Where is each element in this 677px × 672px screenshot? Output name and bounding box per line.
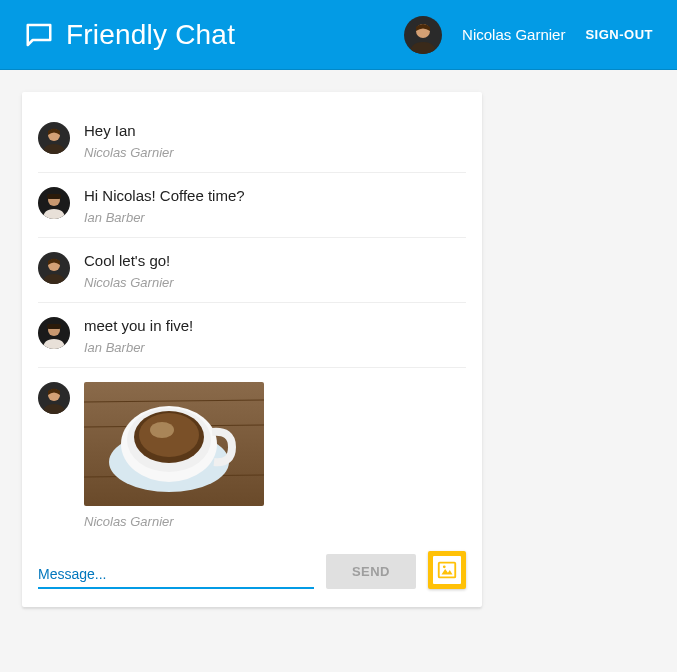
app-title: Friendly Chat bbox=[66, 19, 235, 51]
message-avatar bbox=[38, 187, 70, 219]
message-text: meet you in five! bbox=[84, 317, 193, 334]
svg-marker-25 bbox=[442, 569, 453, 575]
chat-card: Hey Ian Nicolas Garnier Hi Nicolas! Coff… bbox=[22, 92, 482, 607]
message-author: Nicolas Garnier bbox=[84, 145, 174, 160]
message-avatar bbox=[38, 252, 70, 284]
message-avatar bbox=[38, 317, 70, 349]
message-text: Hey Ian bbox=[84, 122, 174, 139]
compose-area: SEND bbox=[38, 551, 466, 589]
svg-point-23 bbox=[150, 422, 174, 438]
message-text: Cool let's go! bbox=[84, 252, 174, 269]
header-left: Friendly Chat bbox=[24, 19, 235, 51]
header-right: Nicolas Garnier SIGN-OUT bbox=[404, 16, 653, 54]
svg-point-26 bbox=[443, 565, 446, 568]
message-input[interactable] bbox=[38, 560, 314, 589]
message-body: Cool let's go! Nicolas Garnier bbox=[84, 252, 174, 290]
header-user-name: Nicolas Garnier bbox=[462, 26, 565, 43]
svg-rect-6 bbox=[47, 194, 61, 199]
send-button[interactable]: SEND bbox=[326, 554, 416, 589]
message-row: Hi Nicolas! Coffee time? Ian Barber bbox=[38, 173, 466, 238]
app-header: Friendly Chat Nicolas Garnier SIGN-OUT bbox=[0, 0, 677, 70]
header-avatar[interactable] bbox=[404, 16, 442, 54]
message-image[interactable] bbox=[84, 382, 264, 506]
svg-rect-11 bbox=[47, 324, 61, 329]
message-row: Hey Ian Nicolas Garnier bbox=[38, 108, 466, 173]
chat-icon bbox=[24, 20, 54, 50]
message-body: meet you in five! Ian Barber bbox=[84, 317, 193, 355]
message-author: Ian Barber bbox=[84, 210, 245, 225]
message-text: Hi Nicolas! Coffee time? bbox=[84, 187, 245, 204]
message-body: Nicolas Garnier bbox=[84, 382, 264, 529]
message-body: Hi Nicolas! Coffee time? Ian Barber bbox=[84, 187, 245, 225]
signout-button[interactable]: SIGN-OUT bbox=[585, 27, 653, 42]
message-row: Nicolas Garnier bbox=[38, 368, 466, 541]
message-row: meet you in five! Ian Barber bbox=[38, 303, 466, 368]
message-avatar bbox=[38, 122, 70, 154]
svg-rect-24 bbox=[439, 563, 456, 578]
message-body: Hey Ian Nicolas Garnier bbox=[84, 122, 174, 160]
message-input-wrap bbox=[38, 560, 314, 589]
message-author: Ian Barber bbox=[84, 340, 193, 355]
messages-list: Hey Ian Nicolas Garnier Hi Nicolas! Coff… bbox=[38, 108, 466, 541]
message-author: Nicolas Garnier bbox=[84, 514, 264, 529]
message-avatar bbox=[38, 382, 70, 414]
message-row: Cool let's go! Nicolas Garnier bbox=[38, 238, 466, 303]
message-author: Nicolas Garnier bbox=[84, 275, 174, 290]
image-icon bbox=[433, 556, 461, 584]
upload-image-button[interactable] bbox=[428, 551, 466, 589]
